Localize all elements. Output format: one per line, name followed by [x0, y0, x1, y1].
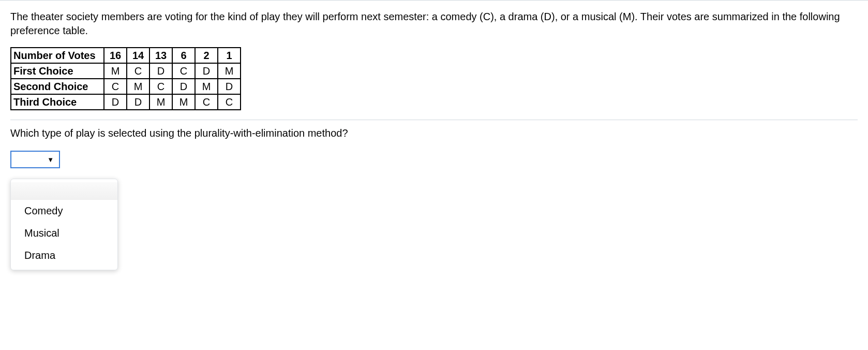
answer-dropdown: Comedy Musical Drama: [10, 179, 118, 270]
table-row: Third Choice D D M M C C: [11, 94, 241, 110]
table-cell: C: [104, 79, 127, 94]
answer-select[interactable]: ▼: [10, 151, 60, 168]
table-cell: M: [195, 79, 218, 94]
table-cell: M: [218, 63, 241, 79]
table-cell: M: [149, 94, 172, 110]
table-cell: C: [172, 63, 195, 79]
row-label: Second Choice: [11, 79, 104, 94]
table-cell: D: [127, 94, 149, 110]
problem-container: The theater society members are voting f…: [0, 0, 868, 291]
header-cell: 2: [195, 48, 218, 63]
table-row: Second Choice C M C D M D: [11, 79, 241, 94]
problem-statement: The theater society members are voting f…: [10, 10, 858, 38]
table-cell: M: [127, 79, 149, 94]
table-cell: C: [149, 79, 172, 94]
dropdown-option-musical[interactable]: Musical: [11, 222, 117, 244]
table-cell: M: [104, 63, 127, 79]
table-header-row: Number of Votes 16 14 13 6 2 1: [11, 48, 241, 63]
dropdown-option-drama[interactable]: Drama: [11, 244, 117, 267]
header-label: Number of Votes: [11, 48, 104, 63]
table-cell: D: [195, 63, 218, 79]
chevron-down-icon: ▼: [47, 156, 54, 164]
table-cell: D: [172, 79, 195, 94]
preference-table: Number of Votes 16 14 13 6 2 1 First Cho…: [10, 47, 241, 110]
row-label: First Choice: [11, 63, 104, 79]
dropdown-option-comedy[interactable]: Comedy: [11, 200, 117, 222]
header-cell: 16: [104, 48, 127, 63]
table-row: First Choice M C D C D M: [11, 63, 241, 79]
header-cell: 6: [172, 48, 195, 63]
row-label: Third Choice: [11, 94, 104, 110]
header-cell: 1: [218, 48, 241, 63]
table-cell: C: [195, 94, 218, 110]
dropdown-option-blank[interactable]: [11, 182, 117, 200]
header-cell: 14: [127, 48, 149, 63]
divider: [10, 120, 858, 120]
table-cell: D: [104, 94, 127, 110]
table-cell: C: [218, 94, 241, 110]
table-cell: D: [218, 79, 241, 94]
table-cell: D: [149, 63, 172, 79]
table-cell: M: [172, 94, 195, 110]
question-text: Which type of play is selected using the…: [10, 127, 858, 139]
header-cell: 13: [149, 48, 172, 63]
table-cell: C: [127, 63, 149, 79]
